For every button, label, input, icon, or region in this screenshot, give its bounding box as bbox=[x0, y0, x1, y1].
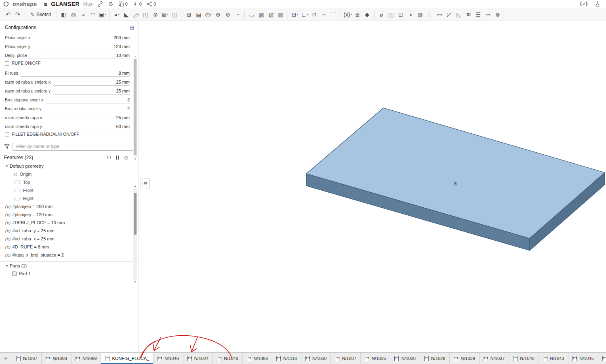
document-tab[interactable]: N/1066 bbox=[243, 353, 272, 364]
flask-icon[interactable] bbox=[595, 1, 600, 7]
dropdown-caret-icon[interactable]: ▾ bbox=[138, 13, 139, 16]
mate-icon[interactable]: ⊗ bbox=[493, 9, 503, 20]
fillet-icon[interactable]: ◕▾ bbox=[112, 9, 122, 20]
onshape-logo-icon[interactable] bbox=[3, 1, 9, 7]
config-value-input[interactable]: 60 mm bbox=[44, 124, 130, 130]
config-value-input[interactable]: 2 bbox=[46, 97, 130, 103]
scroll-down-icon[interactable]: ▼ bbox=[134, 158, 137, 161]
config-scrollbar[interactable]: ▲ ▼ bbox=[133, 55, 137, 161]
document-tab[interactable]: N/1024 bbox=[183, 353, 213, 364]
dropdown-caret-icon[interactable]: ▾ bbox=[307, 13, 308, 16]
pause-icon[interactable] bbox=[116, 156, 119, 160]
document-tab[interactable]: N/1040 bbox=[509, 353, 539, 364]
document-tab[interactable]: N/1028 bbox=[390, 353, 420, 364]
extrude-icon[interactable]: ◧ bbox=[59, 9, 69, 20]
scroll-down-icon[interactable]: ▼ bbox=[134, 280, 137, 284]
variable-item[interactable]: (x)#plsmjerx = 200 mm bbox=[0, 202, 139, 210]
variable-item[interactable]: (x)#od_ruba_x = 25 mm bbox=[0, 235, 139, 243]
document-tab[interactable]: N/1029 bbox=[420, 353, 450, 364]
document-tab[interactable]: N/1043 bbox=[539, 353, 568, 364]
main-menu-icon[interactable]: ≡ bbox=[44, 1, 47, 8]
fill-surface-icon[interactable]: ▨ bbox=[257, 9, 266, 20]
document-tab[interactable]: N/1046 bbox=[154, 353, 183, 364]
share-link-icon[interactable] bbox=[97, 1, 103, 7]
named-views-icon[interactable]: ⊡ bbox=[396, 9, 406, 20]
config-value-input[interactable]: 2 bbox=[44, 106, 130, 112]
document-tab[interactable]: N/1069 bbox=[72, 353, 101, 364]
frame-icon[interactable]: ▭ bbox=[435, 9, 444, 20]
undo-icon[interactable]: ↶ bbox=[3, 11, 13, 18]
dropdown-caret-icon[interactable]: ▾ bbox=[105, 13, 106, 16]
revolve-icon[interactable]: ◎ bbox=[69, 9, 78, 20]
feedback-brackets-icon[interactable]: {✓} bbox=[579, 1, 588, 7]
appearance-icon[interactable]: ◑ bbox=[406, 9, 415, 20]
dropdown-caret-icon[interactable]: ▾ bbox=[210, 13, 212, 16]
document-tab[interactable]: N/1 bbox=[598, 353, 606, 364]
document-tab[interactable]: N/1037 bbox=[480, 353, 509, 364]
config-value-input[interactable]: 120 mm bbox=[33, 44, 130, 50]
document-tab[interactable]: N/1116 bbox=[272, 353, 301, 364]
mass-properties-icon[interactable]: ◍ bbox=[415, 9, 425, 20]
delete-part-icon[interactable]: ⊘ bbox=[223, 9, 233, 20]
variable-item[interactable]: (x)#rupa_x_broj_stupaca = 2 bbox=[0, 251, 139, 259]
dropdown-caret-icon[interactable]: ▾ bbox=[351, 13, 352, 16]
configuration-table-icon[interactable]: ⊞ bbox=[130, 24, 135, 31]
bolt-count[interactable]: 0 bbox=[133, 1, 142, 7]
flange-icon[interactable]: ∟▾ bbox=[300, 9, 309, 20]
variable-studio-icon[interactable]: ≣ bbox=[353, 9, 362, 20]
tag-icon[interactable]: ◆ bbox=[362, 9, 372, 20]
onshape-logo-text[interactable]: onshape bbox=[13, 1, 37, 7]
linear-pattern-icon[interactable]: ▤ bbox=[194, 9, 204, 20]
origin-marker[interactable] bbox=[454, 182, 457, 185]
drawing-icon[interactable]: ▱ bbox=[483, 9, 493, 20]
chevron-down-icon[interactable]: ▾ bbox=[4, 164, 10, 168]
filter-input[interactable] bbox=[13, 142, 134, 151]
variable-item[interactable]: (x)#DEBLJ_PLOCE = 10 mm bbox=[0, 219, 139, 227]
filter-funnel-icon[interactable] bbox=[4, 144, 10, 149]
part-item[interactable]: Part 1 bbox=[0, 269, 139, 278]
scroll-up-icon[interactable]: ▲ bbox=[134, 184, 137, 187]
config-value-input[interactable]: 8 mm bbox=[21, 71, 130, 77]
config-value-input[interactable]: 200 mm bbox=[33, 35, 130, 41]
mirror-icon[interactable]: ⊞ bbox=[184, 9, 194, 20]
document-tab[interactable]: N/1067 bbox=[12, 353, 42, 364]
checkbox[interactable] bbox=[5, 61, 9, 66]
boundary-surface-icon[interactable]: ▧ bbox=[266, 9, 276, 20]
gusset-icon[interactable]: ◸ bbox=[444, 9, 454, 20]
shell-icon[interactable]: ◰ bbox=[141, 9, 151, 20]
document-tab[interactable]: N/1050 bbox=[301, 353, 331, 364]
document-tab[interactable]: KONFIG_PLOCA_ bbox=[101, 353, 154, 364]
scroll-up-icon[interactable]: ▲ bbox=[134, 55, 137, 58]
trim-icon[interactable]: ◺ bbox=[454, 9, 464, 20]
history-clock-icon[interactable]: ◷ bbox=[124, 155, 128, 160]
branch-count[interactable]: 0 bbox=[147, 1, 156, 7]
chamfer-icon[interactable]: ◣ bbox=[122, 9, 131, 20]
new-tab-button[interactable]: + bbox=[0, 353, 12, 364]
variable-item[interactable]: (x)#plsmjery = 120 mm bbox=[0, 210, 139, 219]
document-tab[interactable]: N/1025 bbox=[361, 353, 390, 364]
section-view-icon[interactable]: ◫ bbox=[386, 9, 396, 20]
extend-surface-icon[interactable]: ▥ bbox=[276, 9, 286, 20]
geometry-item[interactable]: Front bbox=[0, 186, 139, 194]
rollback-bar-handle[interactable]: ☰ bbox=[141, 179, 149, 189]
corner-icon[interactable]: ⌐ bbox=[319, 9, 329, 20]
sheet-metal-tab-icon[interactable]: ⊓ bbox=[309, 9, 319, 20]
modify-fillet-icon[interactable]: ◔ bbox=[233, 9, 242, 20]
document-tab[interactable]: N/1048 bbox=[213, 353, 242, 364]
versions-icon[interactable] bbox=[108, 1, 114, 7]
default-geometry-node[interactable]: ▾ Default geometry bbox=[0, 162, 139, 170]
boolean-icon[interactable]: ⊠▾ bbox=[160, 9, 170, 20]
config-value-input[interactable]: 25 mm bbox=[53, 80, 130, 86]
draft-icon[interactable]: ◿▾ bbox=[131, 9, 141, 20]
sheet-metal-model-icon[interactable]: ⊟▾ bbox=[290, 9, 300, 20]
geometry-item[interactable]: ◎Origin bbox=[0, 170, 139, 178]
circular-pattern-icon[interactable]: ◴▾ bbox=[204, 9, 213, 20]
dropdown-caret-icon[interactable]: ▾ bbox=[167, 13, 168, 16]
variable-item[interactable]: (x)#od_ruba_y = 25 mm bbox=[0, 227, 139, 235]
document-tab[interactable]: N/1039 bbox=[450, 353, 479, 364]
document-tab[interactable]: N/1007 bbox=[331, 353, 360, 364]
redo-icon[interactable]: ↷ bbox=[13, 11, 23, 18]
variable-item[interactable]: (x)#D_RUPE = 8 mm bbox=[0, 243, 139, 251]
checkbox[interactable] bbox=[5, 133, 9, 137]
hole-icon[interactable]: ⊚ bbox=[151, 9, 160, 20]
